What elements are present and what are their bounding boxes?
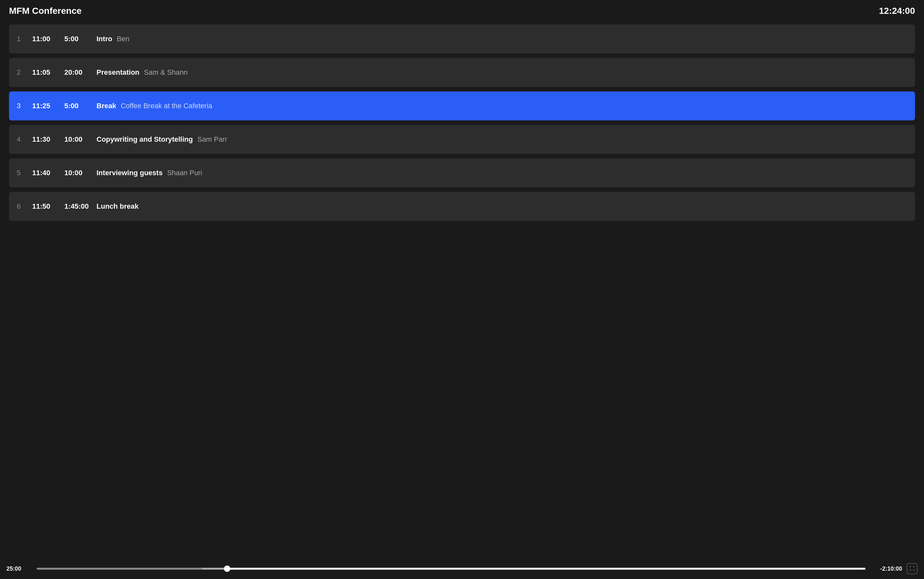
row-title-1: Intro	[96, 35, 112, 43]
row-time-4: 11:30	[32, 135, 64, 144]
row-index-1: 1	[17, 35, 32, 43]
bottom-bar: 25:00 -2:10:00 ⛶	[0, 558, 924, 579]
schedule-row-1[interactable]: 1 11:00 5:00 Intro Ben	[9, 25, 915, 54]
row-content-5: 11:40 10:00 Interviewing guests Shaan Pu…	[32, 169, 907, 177]
header: MFM Conference 12:24:00	[0, 0, 924, 22]
row-title-5: Interviewing guests	[96, 169, 163, 177]
row-content-4: 11:30 10:00 Copywriting and Storytelling…	[32, 135, 907, 144]
schedule-row-2[interactable]: 2 11:05 20:00 Presentation Sam & Shann	[9, 58, 915, 87]
row-index-2: 2	[17, 68, 32, 77]
schedule-row-4[interactable]: 4 11:30 10:00 Copywriting and Storytelli…	[9, 125, 915, 154]
row-title-3: Break	[96, 102, 116, 110]
row-duration-1: 5:00	[64, 35, 96, 43]
row-index-5: 5	[17, 169, 32, 177]
row-time-6: 11:50	[32, 202, 64, 211]
schedule-container: 1 11:00 5:00 Intro Ben 2 11:05 20:00 Pre…	[0, 22, 924, 221]
time-elapsed: 25:00	[7, 566, 32, 572]
row-index-6: 6	[17, 202, 32, 211]
schedule-row-5[interactable]: 5 11:40 10:00 Interviewing guests Shaan …	[9, 159, 915, 187]
row-title-6: Lunch break	[96, 202, 139, 211]
schedule-row-6[interactable]: 6 11:50 1:45:00 Lunch break	[9, 192, 915, 221]
progress-thumb[interactable]	[224, 566, 230, 572]
row-subtitle-1: Ben	[117, 35, 129, 43]
row-duration-3: 5:00	[64, 102, 96, 110]
time-remaining: -2:10:00	[870, 566, 902, 572]
row-content-1: 11:00 5:00 Intro Ben	[32, 35, 907, 43]
progress-fill-played	[202, 568, 227, 570]
progress-fill-left	[37, 568, 202, 570]
progress-fill-remaining	[230, 568, 865, 570]
row-duration-4: 10:00	[64, 135, 96, 144]
row-index-4: 4	[17, 135, 32, 144]
row-index-3: 3	[17, 102, 32, 110]
row-time-5: 11:40	[32, 169, 64, 177]
row-duration-2: 20:00	[64, 68, 96, 77]
expand-button[interactable]: ⛶	[907, 563, 917, 574]
conference-title: MFM Conference	[9, 6, 82, 16]
row-subtitle-4: Sam Parr	[197, 135, 227, 144]
row-content-2: 11:05 20:00 Presentation Sam & Shann	[32, 68, 907, 77]
clock-display: 12:24:00	[879, 6, 915, 16]
row-title-4: Copywriting and Storytelling	[96, 135, 193, 144]
row-time-2: 11:05	[32, 68, 64, 77]
row-duration-5: 10:00	[64, 169, 96, 177]
row-content-6: 11:50 1:45:00 Lunch break	[32, 202, 907, 211]
schedule-row-3[interactable]: 3 11:25 5:00 Break Coffee Break at the C…	[9, 92, 915, 121]
row-time-1: 11:00	[32, 35, 64, 43]
row-subtitle-3: Coffee Break at the Cafeteria	[121, 102, 212, 110]
row-title-2: Presentation	[96, 68, 139, 77]
row-duration-6: 1:45:00	[64, 202, 96, 211]
expand-icon: ⛶	[909, 566, 915, 572]
progress-track[interactable]	[37, 568, 865, 570]
row-content-3: 11:25 5:00 Break Coffee Break at the Caf…	[32, 102, 907, 110]
row-subtitle-2: Sam & Shann	[144, 68, 187, 77]
row-subtitle-5: Shaan Puri	[167, 169, 202, 177]
row-time-3: 11:25	[32, 102, 64, 110]
